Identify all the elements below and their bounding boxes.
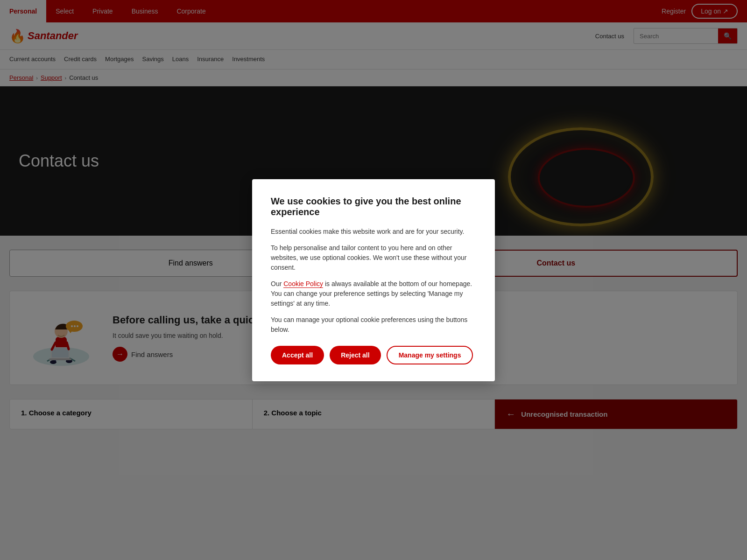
cookie-overlay: We use cookies to give you the best onli… — [0, 0, 747, 443]
cookie-paragraph-3: Our Cookie Policy is always available at… — [271, 279, 476, 308]
cookie-paragraph-4: You can manage your optional cookie pref… — [271, 315, 476, 335]
reject-all-button[interactable]: Reject all — [330, 346, 381, 364]
cookie-policy-link[interactable]: Cookie Policy — [283, 280, 323, 288]
cookie-modal: We use cookies to give you the best onli… — [252, 179, 495, 381]
manage-settings-button[interactable]: Manage my settings — [387, 346, 473, 364]
cookie-paragraph-1: Essential cookies make this website work… — [271, 227, 476, 237]
accept-all-button[interactable]: Accept all — [271, 346, 324, 364]
cookie-paragraph-2: To help personalise and tailor content t… — [271, 243, 476, 273]
cookie-modal-title: We use cookies to give you the best onli… — [271, 196, 476, 217]
cookie-buttons: Accept all Reject all Manage my settings — [271, 346, 476, 364]
